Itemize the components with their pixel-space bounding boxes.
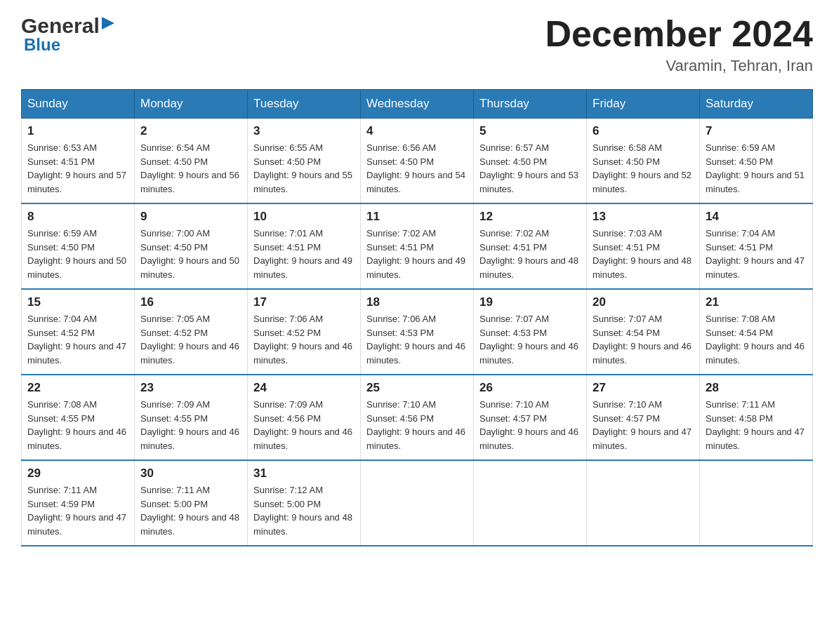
day-number: 31 bbox=[253, 467, 355, 481]
day-info: Sunrise: 7:04 AM Sunset: 4:52 PM Dayligh… bbox=[27, 312, 128, 367]
calendar-cell: 1 Sunrise: 6:53 AM Sunset: 4:51 PM Dayli… bbox=[22, 119, 135, 204]
day-info: Sunrise: 7:12 AM Sunset: 5:00 PM Dayligh… bbox=[253, 483, 355, 538]
day-number: 25 bbox=[366, 381, 468, 395]
logo-arrow-icon bbox=[102, 17, 114, 32]
day-info: Sunrise: 7:02 AM Sunset: 4:51 PM Dayligh… bbox=[366, 227, 468, 281]
day-info: Sunrise: 7:03 AM Sunset: 4:51 PM Dayligh… bbox=[593, 227, 694, 281]
calendar-cell: 18 Sunrise: 7:06 AM Sunset: 4:53 PM Dayl… bbox=[361, 289, 474, 375]
calendar-week-row: 15 Sunrise: 7:04 AM Sunset: 4:52 PM Dayl… bbox=[22, 289, 813, 375]
calendar-cell: 12 Sunrise: 7:02 AM Sunset: 4:51 PM Dayl… bbox=[474, 203, 587, 289]
calendar-cell: 25 Sunrise: 7:10 AM Sunset: 4:56 PM Dayl… bbox=[361, 375, 474, 460]
logo: General Blue bbox=[21, 14, 114, 55]
calendar-table: SundayMondayTuesdayWednesdayThursdayFrid… bbox=[21, 89, 813, 546]
calendar-week-row: 8 Sunrise: 6:59 AM Sunset: 4:50 PM Dayli… bbox=[22, 203, 813, 289]
calendar-cell: 2 Sunrise: 6:54 AM Sunset: 4:50 PM Dayli… bbox=[135, 119, 248, 204]
calendar-cell bbox=[700, 460, 813, 546]
day-number: 27 bbox=[593, 381, 694, 395]
calendar-cell: 8 Sunrise: 6:59 AM Sunset: 4:50 PM Dayli… bbox=[22, 203, 135, 289]
calendar-cell: 20 Sunrise: 7:07 AM Sunset: 4:54 PM Dayl… bbox=[587, 289, 700, 375]
calendar-cell: 3 Sunrise: 6:55 AM Sunset: 4:50 PM Dayli… bbox=[248, 119, 361, 204]
logo-blue-text: Blue bbox=[24, 35, 60, 54]
calendar-cell: 19 Sunrise: 7:07 AM Sunset: 4:53 PM Dayl… bbox=[474, 289, 587, 375]
month-title: December 2024 bbox=[545, 14, 813, 54]
day-number: 8 bbox=[27, 210, 128, 224]
day-number: 4 bbox=[366, 124, 468, 138]
day-info: Sunrise: 7:08 AM Sunset: 4:55 PM Dayligh… bbox=[27, 398, 128, 452]
column-header-wednesday: Wednesday bbox=[361, 90, 474, 119]
day-number: 10 bbox=[253, 210, 355, 224]
calendar-cell: 31 Sunrise: 7:12 AM Sunset: 5:00 PM Dayl… bbox=[248, 460, 361, 546]
calendar-week-row: 22 Sunrise: 7:08 AM Sunset: 4:55 PM Dayl… bbox=[22, 375, 813, 460]
calendar-cell: 27 Sunrise: 7:10 AM Sunset: 4:57 PM Dayl… bbox=[587, 375, 700, 460]
calendar-cell: 28 Sunrise: 7:11 AM Sunset: 4:58 PM Dayl… bbox=[700, 375, 813, 460]
day-number: 30 bbox=[140, 467, 241, 481]
calendar-cell: 15 Sunrise: 7:04 AM Sunset: 4:52 PM Dayl… bbox=[22, 289, 135, 375]
calendar-cell bbox=[587, 460, 700, 546]
day-info: Sunrise: 7:10 AM Sunset: 4:57 PM Dayligh… bbox=[593, 398, 694, 452]
day-number: 11 bbox=[366, 210, 468, 224]
calendar-cell: 9 Sunrise: 7:00 AM Sunset: 4:50 PM Dayli… bbox=[135, 203, 248, 289]
day-info: Sunrise: 7:11 AM Sunset: 5:00 PM Dayligh… bbox=[140, 483, 241, 538]
column-header-monday: Monday bbox=[135, 90, 248, 119]
day-info: Sunrise: 7:02 AM Sunset: 4:51 PM Dayligh… bbox=[479, 227, 581, 281]
day-info: Sunrise: 7:01 AM Sunset: 4:51 PM Dayligh… bbox=[253, 227, 355, 281]
day-info: Sunrise: 6:53 AM Sunset: 4:51 PM Dayligh… bbox=[27, 141, 128, 196]
day-number: 16 bbox=[140, 295, 241, 309]
calendar-cell: 11 Sunrise: 7:02 AM Sunset: 4:51 PM Dayl… bbox=[361, 203, 474, 289]
svg-marker-0 bbox=[102, 17, 114, 29]
day-info: Sunrise: 7:00 AM Sunset: 4:50 PM Dayligh… bbox=[140, 227, 241, 281]
column-header-saturday: Saturday bbox=[700, 90, 813, 119]
day-number: 2 bbox=[140, 124, 241, 138]
day-number: 15 bbox=[27, 295, 128, 309]
column-header-friday: Friday bbox=[587, 90, 700, 119]
day-info: Sunrise: 7:07 AM Sunset: 4:53 PM Dayligh… bbox=[479, 312, 581, 367]
day-number: 9 bbox=[140, 210, 241, 224]
day-number: 5 bbox=[479, 124, 581, 138]
day-info: Sunrise: 6:56 AM Sunset: 4:50 PM Dayligh… bbox=[366, 141, 468, 196]
calendar-cell: 5 Sunrise: 6:57 AM Sunset: 4:50 PM Dayli… bbox=[474, 119, 587, 204]
calendar-cell bbox=[361, 460, 474, 546]
calendar-cell: 22 Sunrise: 7:08 AM Sunset: 4:55 PM Dayl… bbox=[22, 375, 135, 460]
day-number: 1 bbox=[27, 124, 128, 138]
day-info: Sunrise: 6:55 AM Sunset: 4:50 PM Dayligh… bbox=[253, 141, 355, 196]
calendar-cell: 24 Sunrise: 7:09 AM Sunset: 4:56 PM Dayl… bbox=[248, 375, 361, 460]
calendar-cell: 10 Sunrise: 7:01 AM Sunset: 4:51 PM Dayl… bbox=[248, 203, 361, 289]
calendar-week-row: 29 Sunrise: 7:11 AM Sunset: 4:59 PM Dayl… bbox=[22, 460, 813, 546]
day-info: Sunrise: 6:57 AM Sunset: 4:50 PM Dayligh… bbox=[479, 141, 581, 196]
calendar-cell: 21 Sunrise: 7:08 AM Sunset: 4:54 PM Dayl… bbox=[700, 289, 813, 375]
day-info: Sunrise: 7:11 AM Sunset: 4:59 PM Dayligh… bbox=[27, 483, 128, 538]
title-section: December 2024 Varamin, Tehran, Iran bbox=[545, 14, 813, 75]
day-number: 26 bbox=[479, 381, 581, 395]
day-number: 3 bbox=[253, 124, 355, 138]
day-number: 13 bbox=[593, 210, 694, 224]
calendar-week-row: 1 Sunrise: 6:53 AM Sunset: 4:51 PM Dayli… bbox=[22, 119, 813, 204]
calendar-cell: 17 Sunrise: 7:06 AM Sunset: 4:52 PM Dayl… bbox=[248, 289, 361, 375]
day-info: Sunrise: 7:10 AM Sunset: 4:57 PM Dayligh… bbox=[479, 398, 581, 452]
calendar-cell: 14 Sunrise: 7:04 AM Sunset: 4:51 PM Dayl… bbox=[700, 203, 813, 289]
day-info: Sunrise: 6:54 AM Sunset: 4:50 PM Dayligh… bbox=[140, 141, 241, 196]
calendar-cell: 16 Sunrise: 7:05 AM Sunset: 4:52 PM Dayl… bbox=[135, 289, 248, 375]
column-header-sunday: Sunday bbox=[22, 90, 135, 119]
day-info: Sunrise: 7:08 AM Sunset: 4:54 PM Dayligh… bbox=[706, 312, 807, 367]
day-number: 20 bbox=[593, 295, 694, 309]
day-info: Sunrise: 6:58 AM Sunset: 4:50 PM Dayligh… bbox=[593, 141, 694, 196]
calendar-cell bbox=[474, 460, 587, 546]
day-number: 14 bbox=[706, 210, 807, 224]
day-info: Sunrise: 7:09 AM Sunset: 4:56 PM Dayligh… bbox=[253, 398, 355, 452]
day-info: Sunrise: 7:07 AM Sunset: 4:54 PM Dayligh… bbox=[593, 312, 694, 367]
day-number: 17 bbox=[253, 295, 355, 309]
day-info: Sunrise: 6:59 AM Sunset: 4:50 PM Dayligh… bbox=[706, 141, 807, 196]
day-number: 19 bbox=[479, 295, 581, 309]
calendar-cell: 29 Sunrise: 7:11 AM Sunset: 4:59 PM Dayl… bbox=[22, 460, 135, 546]
day-number: 6 bbox=[593, 124, 694, 138]
page-header: General Blue December 2024 Varamin, Tehr… bbox=[21, 14, 813, 75]
day-info: Sunrise: 7:06 AM Sunset: 4:53 PM Dayligh… bbox=[366, 312, 468, 367]
calendar-cell: 26 Sunrise: 7:10 AM Sunset: 4:57 PM Dayl… bbox=[474, 375, 587, 460]
day-info: Sunrise: 7:09 AM Sunset: 4:55 PM Dayligh… bbox=[140, 398, 241, 452]
calendar-cell: 13 Sunrise: 7:03 AM Sunset: 4:51 PM Dayl… bbox=[587, 203, 700, 289]
day-number: 29 bbox=[27, 467, 128, 481]
day-info: Sunrise: 6:59 AM Sunset: 4:50 PM Dayligh… bbox=[27, 227, 128, 281]
location-text: Varamin, Tehran, Iran bbox=[545, 57, 813, 75]
day-number: 23 bbox=[140, 381, 241, 395]
calendar-cell: 7 Sunrise: 6:59 AM Sunset: 4:50 PM Dayli… bbox=[700, 119, 813, 204]
